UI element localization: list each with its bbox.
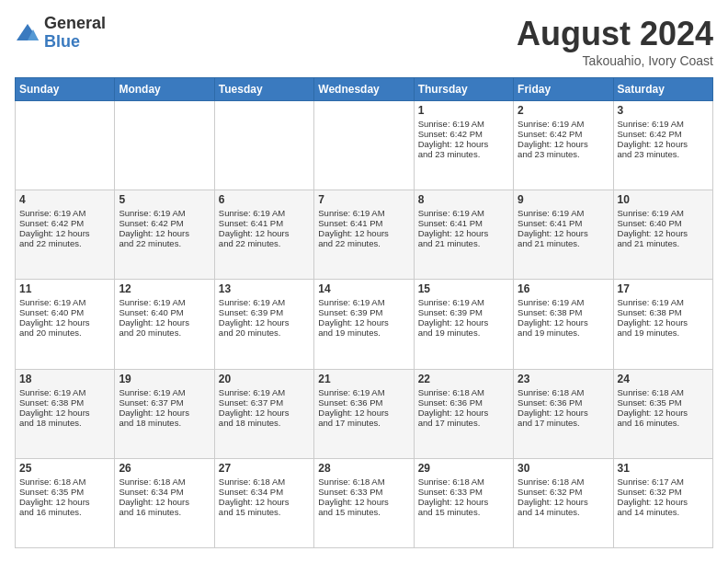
day-info: Sunrise: 6:18 AM [518,477,609,487]
day-info: Sunrise: 6:19 AM [119,387,210,397]
day-info: Daylight: 12 hours [618,408,709,418]
day-info: Daylight: 12 hours [618,497,709,507]
day-number: 28 [318,462,409,475]
table-row: 16Sunrise: 6:19 AMSunset: 6:38 PMDayligh… [514,280,613,369]
day-number: 15 [418,282,509,295]
day-info: Daylight: 12 hours [219,408,310,418]
day-info: and 14 minutes. [618,507,709,517]
day-info: Daylight: 12 hours [318,317,409,327]
table-row: 5Sunrise: 6:19 AMSunset: 6:42 PMDaylight… [115,190,214,280]
header: General Blue August 2024 Takouahio, Ivor… [15,15,713,68]
calendar-header-row: Sunday Monday Tuesday Wednesday Thursday… [16,78,713,101]
table-row: 1Sunrise: 6:19 AMSunset: 6:42 PMDaylight… [414,101,513,190]
day-info: Daylight: 12 hours [418,317,509,327]
day-info: and 16 minutes. [119,507,210,517]
day-info: Sunrise: 6:19 AM [318,208,409,218]
day-info: Sunset: 6:33 PM [418,487,509,497]
day-number: 14 [318,282,409,295]
day-info: and 16 minutes. [618,418,709,428]
day-number: 22 [418,373,509,385]
day-number: 12 [119,282,210,295]
table-row [214,101,313,190]
day-info: Sunset: 6:32 PM [618,487,709,497]
col-sunday: Sunday [16,78,115,101]
day-number: 2 [518,104,609,117]
day-info: Sunrise: 6:19 AM [618,119,709,129]
day-info: Sunrise: 6:18 AM [418,477,509,487]
table-row [16,101,115,190]
table-row: 25Sunrise: 6:18 AMSunset: 6:35 PMDayligh… [16,458,115,547]
day-info: Sunrise: 6:19 AM [19,387,110,397]
day-info: Daylight: 12 hours [19,317,110,327]
day-info: Daylight: 12 hours [518,408,609,418]
table-row: 17Sunrise: 6:19 AMSunset: 6:38 PMDayligh… [613,280,712,369]
day-info: Daylight: 12 hours [518,317,609,327]
day-info: Sunset: 6:42 PM [618,129,709,139]
day-info: Sunset: 6:42 PM [19,218,110,228]
day-info: Sunset: 6:35 PM [19,487,110,497]
table-row: 11Sunrise: 6:19 AMSunset: 6:40 PMDayligh… [16,280,115,369]
day-info: Sunrise: 6:18 AM [418,387,509,397]
day-info: and 22 minutes. [219,238,310,248]
day-info: Sunrise: 6:19 AM [418,297,509,307]
day-info: and 15 minutes. [318,507,409,517]
day-number: 4 [19,193,110,206]
table-row: 20Sunrise: 6:19 AMSunset: 6:37 PMDayligh… [214,369,313,458]
col-friday: Friday [514,78,613,101]
day-info: Sunset: 6:38 PM [618,307,709,317]
day-info: Sunset: 6:41 PM [518,218,609,228]
day-info: Sunset: 6:42 PM [518,129,609,139]
day-info: Sunset: 6:34 PM [219,487,310,497]
day-info: Sunrise: 6:19 AM [518,208,609,218]
day-info: Sunset: 6:36 PM [418,397,509,408]
day-number: 8 [418,193,509,206]
day-info: Daylight: 12 hours [318,408,409,418]
day-info: and 17 minutes. [418,418,509,428]
table-row: 27Sunrise: 6:18 AMSunset: 6:34 PMDayligh… [214,458,313,547]
day-number: 3 [618,104,709,117]
day-info: and 19 minutes. [618,327,709,338]
day-number: 5 [119,193,210,206]
day-info: and 22 minutes. [119,238,210,248]
day-number: 19 [119,373,210,385]
day-info: Sunrise: 6:19 AM [119,297,210,307]
day-info: Sunset: 6:41 PM [318,218,409,228]
day-info: and 21 minutes. [518,238,609,248]
day-info: Sunrise: 6:19 AM [518,119,609,129]
table-row: 22Sunrise: 6:18 AMSunset: 6:36 PMDayligh… [414,369,513,458]
day-info: Daylight: 12 hours [19,497,110,507]
logo-text: General Blue [44,15,106,52]
table-row: 3Sunrise: 6:19 AMSunset: 6:42 PMDaylight… [613,101,712,190]
table-row: 19Sunrise: 6:19 AMSunset: 6:37 PMDayligh… [115,369,214,458]
day-info: Sunrise: 6:19 AM [19,297,110,307]
day-info: Sunrise: 6:18 AM [119,477,210,487]
day-info: and 17 minutes. [518,418,609,428]
day-number: 30 [518,462,609,475]
day-info: Daylight: 12 hours [518,228,609,238]
day-info: and 15 minutes. [219,507,310,517]
day-info: Sunset: 6:35 PM [618,397,709,408]
calendar-week-4: 18Sunrise: 6:19 AMSunset: 6:38 PMDayligh… [16,369,713,458]
day-info: Sunset: 6:33 PM [318,487,409,497]
day-number: 17 [618,282,709,295]
title-block: August 2024 Takouahio, Ivory Coast [517,15,713,68]
table-row: 18Sunrise: 6:19 AMSunset: 6:38 PMDayligh… [16,369,115,458]
day-info: Sunrise: 6:19 AM [219,208,310,218]
day-info: and 19 minutes. [318,327,409,338]
day-number: 20 [219,373,310,385]
table-row: 29Sunrise: 6:18 AMSunset: 6:33 PMDayligh… [414,458,513,547]
day-info: Sunset: 6:41 PM [418,218,509,228]
table-row: 4Sunrise: 6:19 AMSunset: 6:42 PMDaylight… [16,190,115,280]
day-number: 24 [618,373,709,385]
day-info: Sunrise: 6:19 AM [318,387,409,397]
col-saturday: Saturday [613,78,712,101]
day-number: 10 [618,193,709,206]
day-info: Sunrise: 6:18 AM [219,477,310,487]
col-thursday: Thursday [414,78,513,101]
day-info: Sunrise: 6:19 AM [618,208,709,218]
table-row [314,101,414,190]
day-info: and 21 minutes. [618,238,709,248]
subtitle: Takouahio, Ivory Coast [517,53,713,68]
day-info: and 19 minutes. [518,327,609,338]
day-info: Sunrise: 6:19 AM [219,297,310,307]
